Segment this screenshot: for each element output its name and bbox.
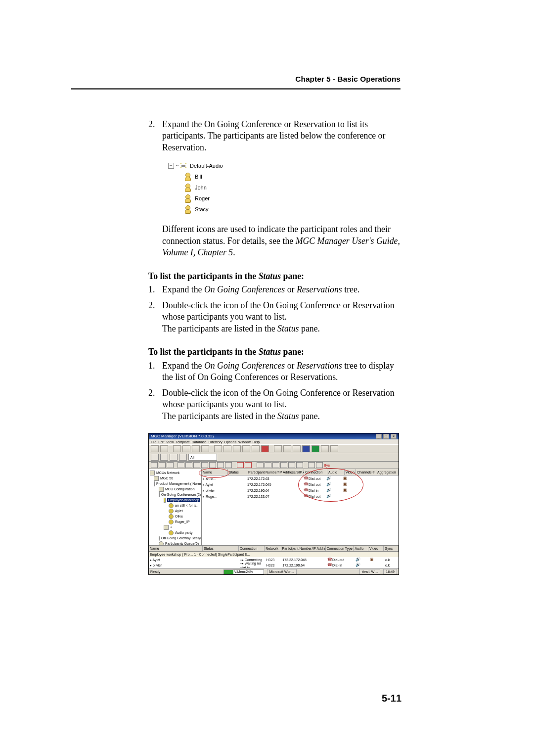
titlebar[interactable]: MGC Manager (VERSION 7.0.0.32) _ □ × <box>149 433 399 439</box>
toolbar-button[interactable] <box>321 445 329 452</box>
col-agg[interactable]: Aggregation <box>376 469 399 475</box>
layout-button[interactable] <box>257 462 264 468</box>
layout-button[interactable] <box>159 462 166 468</box>
group-row[interactable]: Employee-workshop ( Pro… 1 - Connected) … <box>149 552 399 557</box>
tree-item[interactable]: MGC 50 <box>150 475 200 481</box>
toolbar-button[interactable] <box>151 445 159 452</box>
menu-database[interactable]: Database <box>192 440 207 444</box>
col-name[interactable]: Name <box>202 469 228 475</box>
toolbar-button[interactable] <box>192 445 200 452</box>
toolbar-button[interactable] <box>293 445 301 452</box>
tree-item[interactable]: Product Management ( Norm… <box>150 481 200 486</box>
toolbar-button[interactable] <box>261 445 269 452</box>
layout-button[interactable] <box>288 462 295 468</box>
layout-button[interactable] <box>209 462 216 468</box>
toolbar-button[interactable] <box>242 445 250 452</box>
menu-file[interactable]: File <box>151 440 156 444</box>
toolbar-button[interactable] <box>330 445 338 452</box>
bcol-net[interactable]: Network <box>265 546 281 551</box>
col-ch[interactable]: Channels # <box>356 469 376 475</box>
status-time: 16:49 <box>383 569 397 574</box>
tree-item[interactable]: Roger_IP <box>150 519 200 524</box>
tree-item[interactable]: Aylet <box>150 508 200 514</box>
toolbar-button[interactable] <box>214 445 222 452</box>
layout-button[interactable] <box>316 462 323 468</box>
tree-item[interactable]: On Going Conferences(2) <box>150 492 200 497</box>
bcol-ct[interactable]: Connection Type <box>326 546 354 551</box>
filter-combo[interactable]: All <box>188 454 217 461</box>
tree-item[interactable]: + <box>150 524 200 530</box>
tree-item[interactable]: On Going Gateway Sess(0) <box>150 535 200 541</box>
close-button[interactable]: × <box>391 434 397 439</box>
table-row[interactable]: ▸ an st…172.22.172.63☎ Dial-out🔊▣ <box>202 475 399 481</box>
layout-button[interactable] <box>296 462 303 468</box>
table-row[interactable]: ▸ olivier•▸ Waiting for dial-inH323172.2… <box>149 563 399 568</box>
layout-button[interactable] <box>280 462 287 468</box>
layout-button[interactable] <box>265 462 271 468</box>
tree-item[interactable]: Olive <box>150 514 200 519</box>
toolbar-button[interactable] <box>201 445 209 452</box>
tree-item[interactable]: Audio party <box>150 530 200 535</box>
h1-step2-body: Double-click the icon of the On Going Co… <box>162 300 400 334</box>
tree-item[interactable]: Employee-workshop <box>150 497 200 503</box>
filter-button[interactable] <box>160 454 168 461</box>
menu-bar[interactable]: File Edit View Template Database Directo… <box>149 439 399 444</box>
minimize-button[interactable]: _ <box>376 434 382 439</box>
toolbar-button[interactable] <box>233 445 241 452</box>
tree-item[interactable]: an still < for 's… <box>150 503 200 508</box>
col-pnum[interactable]: Participant Number/IP Address/SIP Addres… <box>247 469 304 475</box>
toolbar-button[interactable] <box>252 445 260 452</box>
table-row[interactable]: ▸ Roge…172.22.133.67☎ Dial-out🔊 <box>202 493 399 499</box>
layout-button[interactable] <box>245 462 252 468</box>
layout-button[interactable] <box>225 462 232 468</box>
toolbar-button[interactable] <box>274 445 282 452</box>
bottom-grid-header[interactable]: Name Status Connection Network Participa… <box>149 546 399 552</box>
menu-help[interactable]: Help <box>253 440 260 444</box>
tree-item[interactable]: MCU Configuration <box>150 486 200 492</box>
bcol-aud[interactable]: Audio <box>354 546 368 551</box>
filter-button[interactable] <box>151 454 159 461</box>
bcol-status[interactable]: Status <box>203 546 239 551</box>
table-row[interactable]: ▸ Aylet•▸ ConnectingH323172.22.172.045☎ … <box>149 557 399 563</box>
menu-template[interactable]: Template <box>176 440 189 444</box>
layout-button[interactable] <box>167 462 174 468</box>
layout-button[interactable] <box>151 462 158 468</box>
layout-button[interactable] <box>201 462 208 468</box>
col-conn[interactable]: Connection <box>304 469 327 475</box>
menu-window[interactable]: Window <box>238 440 251 444</box>
toolbar-button[interactable] <box>160 445 168 452</box>
layout-button[interactable] <box>217 462 224 468</box>
tree-item[interactable]: MCUs Network <box>150 470 200 475</box>
toolbar-button[interactable] <box>302 445 310 452</box>
toolbar-button[interactable] <box>283 445 291 452</box>
layout-button[interactable] <box>178 462 184 468</box>
grid-header[interactable]: Name Status Participant Number/IP Addres… <box>202 469 399 475</box>
bcol-conn[interactable]: Connection <box>239 546 265 551</box>
layout-button[interactable] <box>272 462 279 468</box>
table-row[interactable]: ▸ olivier172.22.190.64☎ Dial-in🔊▣ <box>202 487 399 493</box>
filter-button[interactable] <box>170 454 178 461</box>
menu-view[interactable]: View <box>166 440 174 444</box>
bcol-pnum[interactable]: Participant Number/IP Address/SIP Addres… <box>281 546 326 551</box>
toolbar-button[interactable] <box>182 445 190 452</box>
menu-directory[interactable]: Directory <box>209 440 222 444</box>
toolbar-button[interactable] <box>173 445 181 452</box>
layout-button[interactable] <box>185 462 192 468</box>
menu-options[interactable]: Options <box>224 440 236 444</box>
bcol-sync[interactable]: Sync <box>384 546 399 551</box>
toolbar-button[interactable] <box>312 445 319 452</box>
layout-button[interactable] <box>237 462 244 468</box>
col-video[interactable]: Video <box>345 469 356 475</box>
filter-button[interactable] <box>179 454 187 461</box>
table-row[interactable]: ▸ Aylet172.22.172.045☎ Dial-out🔊▣ <box>202 481 399 487</box>
layout-button[interactable] <box>308 462 315 468</box>
col-audio[interactable]: Audio <box>327 469 345 475</box>
layout-button[interactable] <box>193 462 200 468</box>
navigation-tree[interactable]: MCUs NetworkMGC 50Product Management ( N… <box>149 469 202 553</box>
toolbar-button[interactable] <box>223 445 231 452</box>
menu-edit[interactable]: Edit <box>158 440 164 444</box>
col-status[interactable]: Status <box>228 469 247 475</box>
bcol-name[interactable]: Name <box>149 546 203 551</box>
bcol-vid[interactable]: Video <box>368 546 384 551</box>
maximize-button[interactable]: □ <box>383 434 389 439</box>
